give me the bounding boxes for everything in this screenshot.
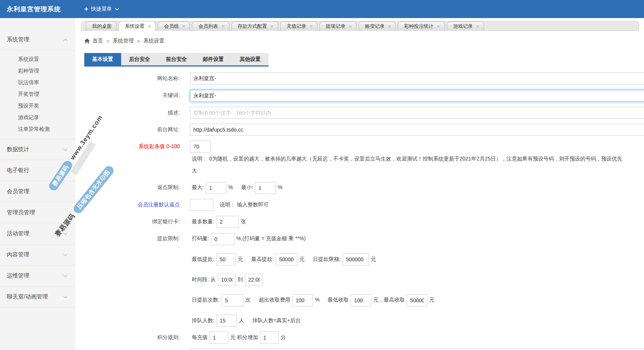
sidebar-section: 系统管理系统设置彩种管理玩法倍率开奖管理预设开奖游戏记录注单异常检测	[0, 29, 75, 139]
sidebar-subitem[interactable]: 开奖管理	[0, 88, 75, 100]
sidebar-subitem[interactable]: 注单异常检测	[0, 123, 75, 135]
setting-tab[interactable]: 前台安全	[158, 53, 195, 65]
window-tab[interactable]: 彩种投注统计×	[398, 21, 445, 31]
sidebar-section: 会员管理	[0, 181, 75, 202]
window-tab[interactable]: 游戏记录×	[447, 21, 484, 31]
breadcrumb-item[interactable]: 系统管理	[113, 38, 134, 44]
form-row-content: 每充值元 积分增加分	[190, 331, 644, 344]
sidebar-section-header[interactable]: 数据统计	[0, 139, 75, 160]
kill-value-input[interactable]	[190, 141, 211, 153]
sidebar-subitem[interactable]: 彩种管理	[0, 65, 75, 77]
sidebar-section-header[interactable]: 聊天室/动画管理	[0, 286, 75, 307]
form-text: 最小:	[241, 184, 253, 190]
form-text: 到	[238, 276, 243, 282]
setting-tab[interactable]: 邮件设置	[195, 53, 232, 65]
window-tab[interactable]: 充值记录×	[280, 21, 317, 31]
form-row-content: 最低提款:元最高提款:元日提款限额:元	[190, 253, 644, 265]
tab-close-icon[interactable]: ×	[221, 24, 224, 29]
time-range-input-1[interactable]	[245, 274, 263, 286]
form-row-content	[190, 348, 644, 350]
form-row: 返点限制:最大:%最小:%	[84, 181, 644, 194]
form-text: 最低收取	[328, 297, 349, 303]
setting-tab[interactable]: 后台安全	[121, 53, 158, 65]
tab-close-icon[interactable]: ×	[310, 24, 313, 29]
form-row-content	[190, 72, 644, 85]
keywords-input[interactable]	[190, 90, 644, 102]
bank-cards-input[interactable]	[216, 216, 239, 228]
chevron-down-icon	[63, 274, 68, 277]
tab-close-icon[interactable]: ×	[349, 24, 352, 29]
form-text: 人	[239, 317, 244, 323]
default-rebate-input[interactable]	[190, 199, 213, 211]
points-rule-input[interactable]	[210, 332, 228, 344]
chevron-down-icon	[115, 8, 119, 11]
default-rebate-label: 会员注册默认返点	[84, 198, 180, 208]
withdraw-limit-input[interactable]	[211, 233, 234, 245]
form-row: 关键词:	[84, 89, 644, 102]
sidebar-section-header[interactable]: 运维管理	[0, 265, 75, 286]
sidebar-section: 电子银行	[0, 160, 75, 181]
form-row-content	[190, 106, 644, 119]
form-row: 绑定银行卡:最多数量:张	[84, 215, 644, 228]
site-url-input[interactable]	[190, 124, 644, 136]
tab-close-icon[interactable]: ×	[182, 24, 185, 29]
service-qq-input[interactable]	[190, 348, 644, 350]
sidebar-section-label: 内容管理	[7, 251, 29, 258]
rebate-limit-input[interactable]	[206, 182, 226, 194]
chevron-down-icon	[63, 169, 68, 172]
description-input[interactable]	[190, 107, 644, 119]
tab-close-icon[interactable]: ×	[148, 24, 151, 29]
window-tab[interactable]: 我的桌面	[86, 21, 117, 31]
sidebar-subitem[interactable]: 系统设置	[0, 53, 75, 65]
tab-close-icon[interactable]: ×	[270, 24, 273, 29]
daily-withdraw-times-input-3[interactable]	[407, 294, 427, 306]
daily-withdraw-times-input-2[interactable]	[351, 294, 371, 306]
form-row: 排队人数:人排队人数=真实+后台	[84, 314, 644, 327]
form-row: 客服QQ:	[84, 348, 644, 350]
daily-withdraw-times-input-1[interactable]	[292, 294, 313, 306]
window-tab[interactable]: 账变记录×	[358, 21, 396, 31]
quick-menu-label: 快捷菜单	[91, 6, 112, 12]
sidebar-section-header[interactable]: 系统管理	[0, 29, 75, 50]
daily-withdraw-times-input[interactable]	[222, 294, 243, 306]
withdraw-amounts-input-1[interactable]	[276, 253, 298, 265]
app-header: 永利皇宫管理系统 + 快捷菜单	[0, 0, 644, 18]
site-name-label: 网站名称:	[84, 72, 180, 82]
sidebar-subitem[interactable]: 游戏记录	[0, 112, 75, 123]
withdraw-amounts-input[interactable]	[216, 253, 236, 265]
points-rule-label: 积分规则:	[84, 331, 180, 341]
form-row-content: 最大:%最小:%	[190, 181, 644, 194]
window-tab[interactable]: 系统设置×	[118, 21, 156, 31]
window-tab-label: 提现记录	[326, 23, 345, 30]
form-text: 说明： 0为随机，设置的越大，被杀掉的几率越大（无延迟，不卡奖，设置后立马生效，…	[192, 156, 622, 162]
sidebar-section-header[interactable]: 管理员管理	[0, 202, 75, 223]
setting-tab[interactable]: 其他设置	[232, 53, 269, 65]
time-range-input[interactable]	[218, 274, 236, 286]
tab-close-icon[interactable]: ×	[388, 24, 391, 29]
sidebar-section-header[interactable]: 会员管理	[0, 181, 75, 202]
sidebar-section-header[interactable]: 电子银行	[0, 160, 75, 181]
site-name-input[interactable]	[190, 73, 644, 85]
window-tab[interactable]: 会员列表×	[192, 21, 229, 31]
withdraw-amounts-input-2[interactable]	[343, 253, 369, 265]
tab-close-icon[interactable]: ×	[476, 24, 479, 29]
quick-menu-button[interactable]: + 快捷菜单	[84, 6, 119, 12]
sidebar-section-header[interactable]: 内容管理	[0, 244, 75, 265]
rebate-limit-input-1[interactable]	[255, 182, 276, 194]
form-row-content: 时间段: 从到	[190, 273, 644, 286]
queue-count-input[interactable]	[216, 315, 237, 327]
points-rule-input-1[interactable]	[260, 332, 279, 344]
window-tab-label: 充值记录	[287, 23, 306, 30]
form-row: 系统彩杀值 0-100说明： 0为随机，设置的越大，被杀掉的几率越大（无延迟，不…	[84, 140, 644, 177]
window-tab[interactable]: 存款方式配置×	[231, 21, 278, 31]
breadcrumb-home[interactable]: 首页	[93, 38, 103, 44]
window-tab[interactable]: 会员组×	[158, 21, 190, 31]
form-row-content: 打码量:%,(打码量 = 充值金额 乘 **%)	[190, 232, 644, 245]
setting-tab[interactable]: 基本设置	[84, 53, 121, 65]
sidebar-section-header[interactable]: 活动管理	[0, 223, 75, 244]
sidebar-subitem[interactable]: 玩法倍率	[0, 77, 75, 88]
window-tab[interactable]: 提现记录×	[319, 21, 357, 31]
tab-close-icon[interactable]: ×	[437, 24, 440, 29]
sidebar-subitem[interactable]: 预设开奖	[0, 100, 75, 112]
breadcrumb-item[interactable]: 系统设置	[143, 38, 164, 44]
